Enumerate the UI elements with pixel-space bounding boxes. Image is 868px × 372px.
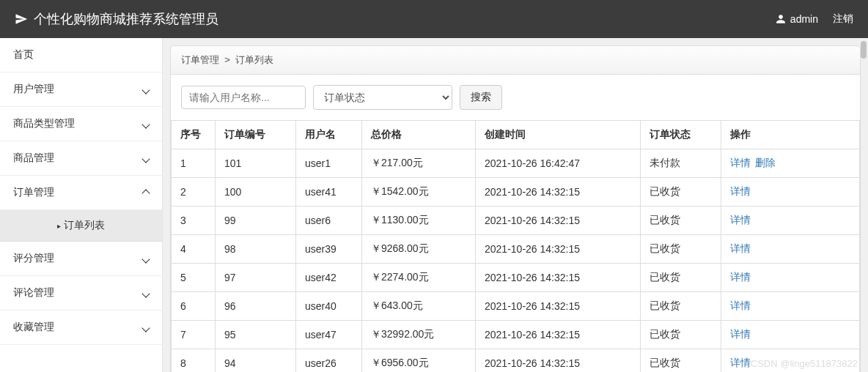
sidebar-item[interactable]: 收藏管理: [0, 310, 162, 345]
sidebar-item[interactable]: 首页: [0, 38, 162, 72]
table-cell: ￥32992.00元: [362, 321, 476, 349]
sidebar-item-label: 商品类型管理: [13, 117, 75, 130]
sidebar-subitem[interactable]: 订单列表: [0, 210, 162, 242]
delete-link[interactable]: 删除: [755, 157, 776, 168]
sidebar-item-label: 评分管理: [13, 252, 54, 265]
table-row: 696user40￥643.00元2021-10-26 14:32:15已收货详…: [172, 292, 860, 321]
table-cell: 96: [216, 292, 296, 321]
table-cell: 94: [216, 349, 296, 373]
table-row: 2100user41￥1542.00元2021-10-26 14:32:15已收…: [172, 178, 860, 207]
table-cell: 已收货: [641, 264, 721, 292]
panel: 订单状态 搜索 序号订单编号用户名总价格创建时间订单状态操作 1101user1…: [170, 75, 861, 372]
table-cell: 8: [172, 349, 216, 373]
detail-link[interactable]: 详情: [730, 242, 751, 254]
table-cell: 已收货: [641, 235, 721, 264]
table-cell: 99: [216, 207, 296, 235]
table-header: 操作: [721, 121, 860, 149]
sidebar-item[interactable]: 评论管理: [0, 276, 162, 310]
table-cell: user42: [296, 264, 362, 292]
detail-link[interactable]: 详情: [730, 328, 751, 340]
breadcrumb-current: 订单列表: [235, 54, 273, 65]
breadcrumb: 订单管理 > 订单列表: [170, 45, 861, 75]
header-right: admin 注销: [776, 12, 853, 26]
paper-plane-icon: [15, 12, 28, 26]
detail-link[interactable]: 详情: [730, 300, 751, 311]
table-cell: 未付款: [641, 149, 721, 178]
sidebar-item-label: 评论管理: [13, 286, 54, 300]
detail-link[interactable]: 详情: [730, 157, 751, 168]
table-row: 1101user1￥217.00元2021-10-26 16:42:47未付款详…: [172, 149, 860, 178]
sidebar: 首页用户管理商品类型管理商品管理订单管理订单列表评分管理评论管理收藏管理: [0, 38, 163, 372]
detail-link[interactable]: 详情: [730, 214, 751, 226]
sidebar-item[interactable]: 订单管理: [0, 176, 162, 210]
header-title-wrap: 个性化购物商城推荐系统管理员: [15, 10, 218, 28]
table-cell: 2021-10-26 14:32:15: [476, 235, 641, 264]
table-cell: 2021-10-26 14:32:15: [476, 349, 641, 373]
logout-link[interactable]: 注销: [833, 12, 853, 26]
table-cell: 97: [216, 264, 296, 292]
sidebar-item[interactable]: 商品类型管理: [0, 107, 162, 141]
table-cell: ￥643.00元: [362, 292, 476, 321]
header: 个性化购物商城推荐系统管理员 admin 注销: [0, 0, 868, 38]
filter-bar: 订单状态 搜索: [171, 75, 860, 120]
detail-link[interactable]: 详情: [730, 271, 751, 283]
user-name: admin: [790, 13, 818, 25]
detail-link[interactable]: 详情: [730, 357, 751, 368]
search-input[interactable]: [181, 86, 306, 109]
breadcrumb-sep: >: [222, 54, 235, 65]
main-content: 订单管理 > 订单列表 订单状态 搜索 序号订单编号用户名总价格创建时间订单状态…: [163, 38, 868, 372]
table-cell: user40: [296, 292, 362, 321]
detail-link[interactable]: 详情: [730, 185, 751, 197]
sidebar-item[interactable]: 商品管理: [0, 141, 162, 176]
watermark: CSDN @linge511873822: [751, 358, 858, 369]
table-cell: 已收货: [641, 349, 721, 373]
table-cell: user26: [296, 349, 362, 373]
breadcrumb-parent[interactable]: 订单管理: [181, 54, 219, 65]
table-cell: 2021-10-26 14:32:15: [476, 321, 641, 349]
table-cell: user39: [296, 235, 362, 264]
header-user[interactable]: admin: [776, 13, 818, 25]
table-row: 795user47￥32992.00元2021-10-26 14:32:15已收…: [172, 321, 860, 349]
sidebar-item-label: 收藏管理: [13, 321, 54, 334]
table-cell: 1: [172, 149, 216, 178]
table-cell: 95: [216, 321, 296, 349]
chevron-down-icon: [143, 83, 149, 95]
table-row: 399user6￥1130.00元2021-10-26 14:32:15已收货详…: [172, 207, 860, 235]
chevron-down-icon: [143, 118, 149, 130]
table-header: 订单状态: [641, 121, 721, 149]
table-header: 总价格: [362, 121, 476, 149]
table-cell: 2021-10-26 14:32:15: [476, 264, 641, 292]
table-cell: 已收货: [641, 207, 721, 235]
table-cell: 100: [216, 178, 296, 207]
status-select[interactable]: 订单状态: [313, 85, 452, 110]
table-header: 用户名: [296, 121, 362, 149]
table-cell: ￥6956.00元: [362, 349, 476, 373]
table-cell: 已收货: [641, 178, 721, 207]
table-cell-actions: 详情: [721, 178, 860, 207]
table-cell-actions: 详情: [721, 321, 860, 349]
scrollbar-thumb[interactable]: [861, 41, 867, 59]
sidebar-item[interactable]: 评分管理: [0, 242, 162, 276]
table-cell: 101: [216, 149, 296, 178]
table-cell-actions: 详情: [721, 207, 860, 235]
search-button[interactable]: 搜索: [460, 85, 502, 110]
table-cell: 7: [172, 321, 216, 349]
table-cell-actions: 详情: [721, 235, 860, 264]
table-cell: ￥1542.00元: [362, 178, 476, 207]
table-cell: 5: [172, 264, 216, 292]
app-title: 个性化购物商城推荐系统管理员: [34, 10, 218, 28]
table-row: 498user39￥9268.00元2021-10-26 14:32:15已收货…: [172, 235, 860, 264]
user-icon: [776, 14, 786, 24]
table-cell: 2021-10-26 14:32:15: [476, 178, 641, 207]
table-header: 订单编号: [216, 121, 296, 149]
sidebar-item-label: 首页: [13, 48, 34, 62]
sidebar-item-label: 商品管理: [13, 152, 54, 165]
table-cell: ￥2274.00元: [362, 264, 476, 292]
table-cell: 98: [216, 235, 296, 264]
table-cell: user41: [296, 178, 362, 207]
table-cell: user6: [296, 207, 362, 235]
sidebar-item[interactable]: 用户管理: [0, 72, 162, 107]
table-cell: 2: [172, 178, 216, 207]
chevron-down-icon: [143, 253, 149, 264]
table-cell: ￥217.00元: [362, 149, 476, 178]
